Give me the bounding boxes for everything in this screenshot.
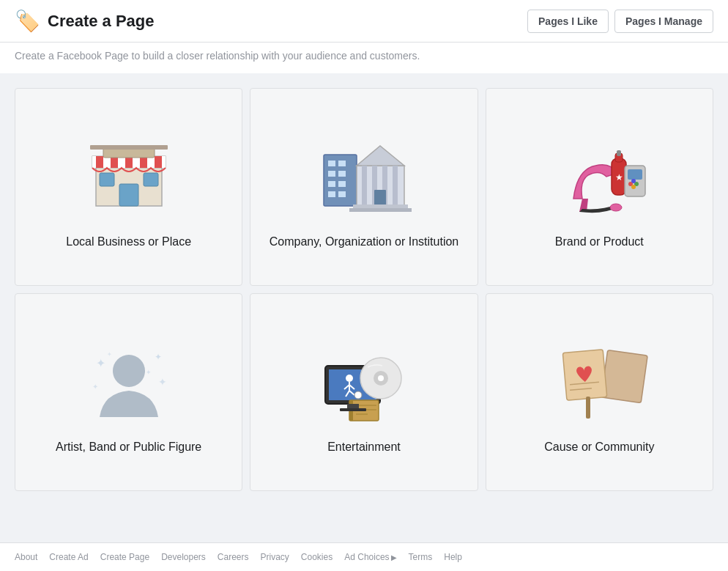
privacy-link[interactable]: Privacy [261, 552, 289, 562]
svg-rect-14 [338, 171, 346, 177]
svg-rect-21 [362, 166, 367, 206]
svg-rect-18 [338, 191, 346, 197]
svg-marker-20 [357, 146, 404, 166]
developers-link[interactable]: Developers [161, 552, 206, 562]
svg-rect-15 [328, 181, 335, 187]
cause-label: Cause or Community [544, 441, 654, 454]
careers-link[interactable]: Careers [218, 552, 249, 562]
cookies-link[interactable]: Cookies [301, 552, 333, 562]
brand-icon: ★ [551, 125, 647, 221]
create-ad-link[interactable]: Create Ad [49, 552, 88, 562]
brand-label: Brand or Product [555, 235, 644, 248]
entertainment-card[interactable]: Entertainment [250, 293, 478, 491]
svg-rect-13 [328, 171, 335, 177]
svg-rect-12 [338, 161, 346, 166]
svg-rect-3 [144, 173, 158, 186]
svg-rect-64 [340, 408, 366, 411]
svg-point-48 [346, 375, 353, 382]
page-flag-icon: 🏷️ [15, 9, 40, 33]
svg-rect-26 [353, 205, 408, 208]
ad-choices-label: Ad Choices [344, 552, 389, 562]
cause-card[interactable]: Cause or Community [486, 293, 713, 491]
svg-text:✦: ✦ [155, 352, 162, 362]
svg-rect-17 [328, 191, 335, 197]
svg-rect-2 [100, 173, 114, 186]
help-link[interactable]: Help [444, 552, 462, 562]
svg-rect-63 [347, 404, 359, 408]
company-icon [316, 125, 412, 221]
svg-rect-31 [617, 150, 621, 156]
svg-text:★: ★ [615, 172, 623, 183]
entertainment-label: Entertainment [327, 441, 401, 454]
pages-i-manage-button[interactable]: Pages I Manage [614, 10, 713, 33]
svg-text:✦: ✦ [92, 383, 98, 391]
terms-link[interactable]: Terms [409, 552, 433, 562]
pages-i-like-button[interactable]: Pages I Like [527, 10, 609, 33]
header: 🏷️ Create a Page Pages I Like Pages I Ma… [0, 0, 728, 43]
artist-label: Artist, Band or Public Figure [56, 441, 201, 454]
about-link[interactable]: About [15, 552, 37, 562]
svg-text:✦: ✦ [107, 351, 112, 358]
svg-rect-34 [628, 169, 642, 180]
local-business-card[interactable]: Local Business or Place [15, 88, 242, 286]
svg-rect-1 [119, 184, 138, 206]
svg-point-38 [631, 185, 636, 189]
create-page-link[interactable]: Create Page [100, 552, 149, 562]
svg-rect-27 [349, 208, 412, 212]
svg-rect-9 [90, 145, 168, 150]
svg-rect-24 [393, 166, 398, 206]
page-title: Create a Page [48, 12, 155, 31]
cause-icon [551, 331, 647, 426]
svg-point-54 [354, 391, 362, 399]
ad-choices-icon: ▶ [391, 553, 397, 561]
ad-choices-link[interactable]: Ad Choices ▶ [344, 552, 396, 562]
svg-point-39 [113, 355, 145, 387]
svg-text:✦: ✦ [158, 376, 167, 388]
company-card[interactable]: Company, Organization or Institution [250, 88, 478, 286]
page-type-grid: Local Business or Place [0, 73, 728, 506]
page-wrapper: 🏷️ Create a Page Pages I Like Pages I Ma… [0, 0, 728, 506]
local-business-label: Local Business or Place [66, 235, 191, 248]
brand-card[interactable]: ★ Brand or Product [486, 88, 713, 286]
svg-text:✦: ✦ [146, 369, 152, 376]
svg-text:✦: ✦ [96, 357, 105, 369]
svg-rect-16 [338, 181, 346, 187]
entertainment-icon [316, 331, 412, 426]
company-label: Company, Organization or Institution [270, 235, 459, 248]
header-buttons: Pages I Like Pages I Manage [527, 10, 713, 33]
artist-icon: ✦ ✦ ✦ ✦ ✦ ✦ [81, 331, 177, 426]
local-business-icon [81, 125, 177, 221]
svg-rect-11 [328, 161, 335, 166]
subtitle-text: Create a Facebook Page to build a closer… [0, 43, 728, 73]
svg-point-57 [378, 375, 384, 381]
svg-rect-69 [586, 397, 590, 419]
svg-point-28 [610, 204, 622, 211]
header-left: 🏷️ Create a Page [15, 9, 155, 33]
svg-point-37 [631, 179, 636, 183]
artist-card[interactable]: ✦ ✦ ✦ ✦ ✦ ✦ Artist, Band or Public Figur… [15, 293, 242, 491]
footer: About Create Ad Create Page Developers C… [0, 542, 728, 571]
svg-rect-65 [601, 350, 648, 403]
svg-rect-25 [374, 190, 386, 206]
